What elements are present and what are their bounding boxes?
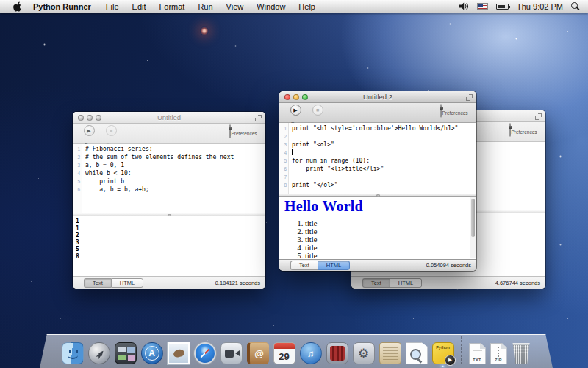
preferences-icon bbox=[229, 124, 231, 138]
finder-icon[interactable] bbox=[62, 342, 84, 364]
safari-icon[interactable] bbox=[194, 342, 216, 364]
fullscreen-icon[interactable] bbox=[466, 94, 473, 101]
python-runner-icon[interactable]: Python ▶ bbox=[432, 342, 454, 364]
line-number: 1 bbox=[73, 145, 82, 153]
mission-control-icon[interactable] bbox=[115, 342, 137, 364]
stop-icon: ■ bbox=[312, 105, 323, 116]
calendar-date: 29 bbox=[274, 349, 295, 364]
code-row: 4while b < 10: bbox=[73, 169, 265, 177]
status-bar: Text HTML 0.184121 seconds bbox=[73, 276, 265, 289]
dock-icons: A @ 29 ♫ ⚙ Python ▶ TXT ZIP bbox=[40, 336, 553, 364]
system-preferences-icon[interactable]: ⚙ bbox=[353, 342, 375, 364]
output-line: 3 bbox=[76, 239, 265, 247]
input-language-flag-icon[interactable] bbox=[477, 3, 488, 10]
preferences-label: Preferences bbox=[511, 130, 537, 135]
fullscreen-icon[interactable] bbox=[255, 115, 262, 121]
apple-menu-icon[interactable] bbox=[12, 1, 21, 12]
titlebar[interactable]: Untitled bbox=[73, 112, 265, 124]
txt-document-icon[interactable]: TXT bbox=[469, 343, 486, 364]
menu-clock[interactable]: Thu 9:02 PM bbox=[517, 2, 563, 11]
preferences-label: Preferences bbox=[231, 131, 257, 136]
play-icon: ▶ bbox=[84, 125, 95, 136]
app-store-icon[interactable]: A bbox=[141, 342, 163, 364]
calendar-band bbox=[274, 343, 295, 349]
address-book-icon[interactable]: @ bbox=[247, 342, 269, 364]
tab-text[interactable]: Text bbox=[362, 278, 390, 288]
textedit-icon[interactable] bbox=[379, 342, 401, 364]
play-icon: ▶ bbox=[290, 105, 301, 116]
code-line: print "</ol>" bbox=[288, 181, 338, 189]
menu-item[interactable]: Window bbox=[250, 0, 292, 13]
code-line: print "<h1 style='color:blue'>Hello Worl… bbox=[288, 124, 458, 132]
output-line: 1 bbox=[76, 218, 265, 225]
execution-time: 4.676744 seconds bbox=[495, 280, 540, 286]
menu-item[interactable]: Run bbox=[191, 0, 219, 13]
itunes-glyph: ♫ bbox=[301, 343, 321, 364]
code-row: 3print "<ol>" bbox=[279, 141, 476, 149]
code-line bbox=[288, 173, 292, 181]
menu-item[interactable]: Python Runner bbox=[26, 0, 99, 13]
titlebar[interactable]: Untitled 2 bbox=[279, 91, 476, 103]
line-number: 4 bbox=[73, 169, 82, 177]
zoom-button[interactable] bbox=[96, 115, 101, 121]
volume-icon[interactable] bbox=[459, 0, 469, 13]
txt-label: TXT bbox=[470, 358, 485, 362]
preferences-button[interactable]: Preferences bbox=[437, 105, 471, 118]
minimize-button[interactable] bbox=[293, 94, 299, 100]
execution-time: 0.054094 seconds bbox=[426, 262, 471, 269]
spotlight-icon[interactable] bbox=[571, 2, 579, 10]
tab-text[interactable]: Text bbox=[290, 261, 318, 270]
tab-text[interactable]: Text bbox=[84, 278, 111, 288]
code-row: 3a, b = 0, 1 bbox=[73, 161, 265, 169]
facetime-icon[interactable] bbox=[220, 342, 243, 364]
preferences-button[interactable]: Preferences bbox=[506, 124, 540, 137]
output-mode-switcher: Text HTML bbox=[362, 278, 422, 288]
battery-icon[interactable] bbox=[496, 4, 509, 10]
preview-icon[interactable] bbox=[406, 342, 428, 364]
minimize-button[interactable] bbox=[87, 115, 93, 121]
code-line: print "<li>title</li>" bbox=[288, 165, 384, 173]
zoom-button[interactable] bbox=[302, 94, 308, 100]
code-editor[interactable]: 1print "<h1 style='color:blue'>Hello Wor… bbox=[279, 123, 476, 194]
play-badge-icon: ▶ bbox=[445, 355, 456, 366]
line-number: 5 bbox=[73, 177, 82, 185]
ical-icon[interactable]: 29 bbox=[273, 342, 295, 364]
menu-item[interactable]: Edit bbox=[126, 0, 153, 13]
window-untitled-2: Untitled 2 ▶ Run ■ Stop Preferences 1pri… bbox=[279, 91, 476, 271]
code-row: 2 bbox=[279, 132, 476, 141]
toolbar: ▶ Run ■ Stop Preferences bbox=[73, 124, 265, 144]
scrollbar[interactable] bbox=[470, 197, 476, 258]
red-star bbox=[200, 26, 209, 35]
menu-item[interactable]: Format bbox=[153, 0, 192, 13]
close-button[interactable] bbox=[78, 115, 84, 121]
tab-html[interactable]: HTML bbox=[318, 261, 350, 270]
trash-icon[interactable] bbox=[512, 343, 531, 364]
line-number: 6 bbox=[73, 185, 82, 194]
menu-item[interactable]: File bbox=[99, 0, 126, 13]
itunes-icon[interactable]: ♫ bbox=[300, 342, 322, 364]
zip-label: ZIP bbox=[491, 358, 506, 362]
app-store-glyph: A bbox=[142, 343, 162, 364]
close-button[interactable] bbox=[284, 94, 290, 100]
output-view[interactable]: 112358 bbox=[73, 216, 265, 276]
preferences-button[interactable]: Preferences bbox=[226, 125, 260, 138]
line-number: 8 bbox=[279, 181, 288, 189]
output-list-item: title bbox=[305, 219, 469, 227]
menu-item[interactable]: Help bbox=[292, 0, 322, 13]
photo-booth-icon[interactable] bbox=[326, 342, 348, 364]
tab-html[interactable]: HTML bbox=[390, 278, 422, 288]
running-indicator bbox=[441, 365, 445, 367]
output-mode-switcher: Text HTML bbox=[290, 261, 350, 270]
menu-item[interactable]: View bbox=[220, 0, 251, 13]
mail-icon[interactable] bbox=[168, 342, 190, 364]
zip-document-icon[interactable]: ZIP bbox=[490, 343, 507, 364]
scrollbar-thumb[interactable] bbox=[471, 199, 475, 237]
code-editor[interactable]: 1# Fibonacci series:2# the sum of two el… bbox=[73, 144, 265, 213]
fullscreen-icon[interactable] bbox=[535, 113, 542, 120]
window-controls bbox=[78, 115, 101, 121]
launchpad-icon[interactable] bbox=[88, 342, 110, 364]
code-row: 8print "</ol>" bbox=[279, 181, 476, 189]
line-number: 7 bbox=[279, 173, 288, 181]
tab-html[interactable]: HTML bbox=[111, 278, 143, 288]
output-view[interactable]: Hello World titletitletitletitletitletit… bbox=[279, 197, 476, 259]
